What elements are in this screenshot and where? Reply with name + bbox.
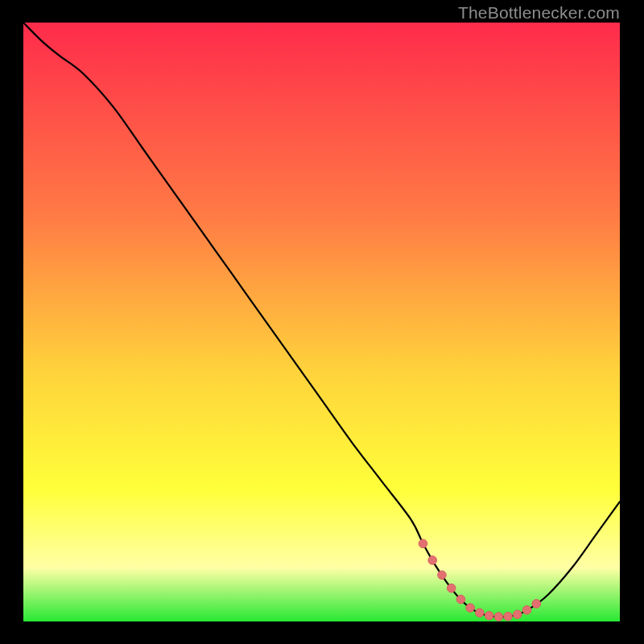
marker-dot (466, 604, 475, 613)
chart-frame (23, 23, 620, 621)
marker-dot (494, 613, 503, 621)
marker-dot (504, 612, 513, 621)
marker-dot (438, 571, 447, 580)
gradient-plot-area (23, 23, 620, 621)
marker-dot (485, 611, 493, 620)
marker-dot (532, 600, 541, 609)
marker-dot (447, 584, 456, 592)
marker-dot (456, 595, 465, 604)
marker-dot (522, 606, 531, 615)
watermark-text: TheBottlenecker.com (458, 3, 620, 23)
marker-dot (476, 609, 485, 617)
marker-dot (428, 556, 437, 565)
marker-dot (419, 539, 427, 548)
bottleneck-chart (23, 23, 620, 621)
marker-dot (513, 610, 522, 619)
